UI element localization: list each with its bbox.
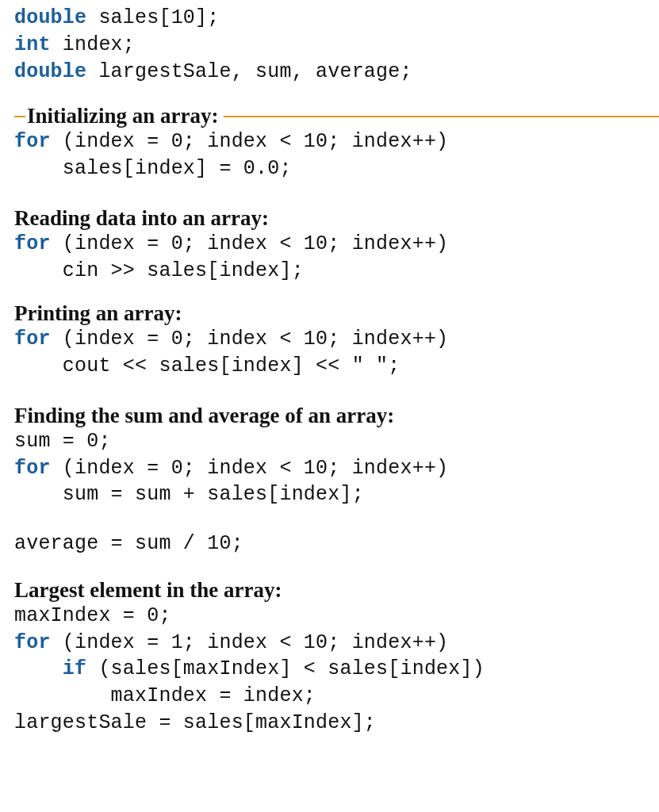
section-reading: Reading data into an array: for (index =… bbox=[14, 206, 659, 285]
code-text: sales[index] = 0.0; bbox=[14, 157, 292, 180]
keyword-double: double bbox=[14, 60, 86, 83]
code-text: cout << sales[index] << " "; bbox=[14, 354, 400, 377]
divider-left bbox=[14, 116, 25, 117]
code-text: sum = sum + sales[index]; bbox=[14, 483, 364, 506]
keyword-for: for bbox=[14, 130, 51, 153]
code-text: sales[10]; bbox=[86, 6, 219, 29]
code-text: (sales[maxIndex] < sales[index]) bbox=[86, 657, 485, 680]
section-largest: Largest element in the array: maxIndex =… bbox=[14, 578, 659, 737]
keyword-for: for bbox=[14, 327, 51, 350]
code-text: (index = 1; index < 10; index++) bbox=[51, 631, 449, 654]
keyword-if: if bbox=[63, 657, 86, 680]
keyword-double: double bbox=[14, 6, 86, 29]
largest-code: maxIndex = 0; for (index = 1; index < 10… bbox=[14, 603, 659, 737]
section-printing: Printing an array: for (index = 0; index… bbox=[14, 301, 659, 380]
code-text bbox=[14, 657, 63, 680]
code-text: (index = 0; index < 10; index++) bbox=[51, 457, 449, 480]
heading-largest: Largest element in the array: bbox=[14, 578, 659, 603]
code-text: cin >> sales[index]; bbox=[14, 259, 304, 282]
code-text: (index = 0; index < 10; index++) bbox=[51, 232, 449, 255]
heading-reading: Reading data into an array: bbox=[14, 206, 659, 231]
code-text: sum = 0; bbox=[14, 430, 111, 453]
read-code: for (index = 0; index < 10; index++) cin… bbox=[14, 231, 659, 285]
code-text: (index = 0; index < 10; index++) bbox=[51, 130, 449, 153]
divider-right bbox=[224, 116, 660, 117]
heading-initializing: Initializing an array: bbox=[25, 104, 224, 128]
average-code: average = sum / 10; bbox=[14, 530, 659, 557]
heading-sum-average: Finding the sum and average of an array: bbox=[14, 404, 659, 428]
code-text: maxIndex = 0; bbox=[14, 604, 171, 627]
keyword-for: for bbox=[14, 631, 51, 654]
heading-printing: Printing an array: bbox=[14, 301, 659, 326]
init-code: for (index = 0; index < 10; index++) sal… bbox=[14, 128, 659, 182]
keyword-for: for bbox=[14, 232, 51, 255]
keyword-for: for bbox=[14, 457, 51, 480]
code-text: (index = 0; index < 10; index++) bbox=[51, 327, 449, 350]
print-code: for (index = 0; index < 10; index++) cou… bbox=[14, 326, 659, 380]
code-text: index; bbox=[51, 33, 135, 56]
code-text: maxIndex = index; bbox=[14, 684, 316, 707]
code-text: largestSale, sum, average; bbox=[86, 60, 412, 83]
code-text: largestSale = sales[maxIndex]; bbox=[14, 711, 376, 734]
code-text: average = sum / 10; bbox=[14, 532, 243, 555]
declarations-code: double sales[10]; int index; double larg… bbox=[14, 5, 659, 85]
keyword-int: int bbox=[14, 33, 51, 56]
sum-code: sum = 0; for (index = 0; index < 10; ind… bbox=[14, 428, 659, 508]
section-divider-row: Initializing an array: bbox=[14, 104, 659, 128]
section-sum-average: Finding the sum and average of an array:… bbox=[14, 404, 659, 557]
